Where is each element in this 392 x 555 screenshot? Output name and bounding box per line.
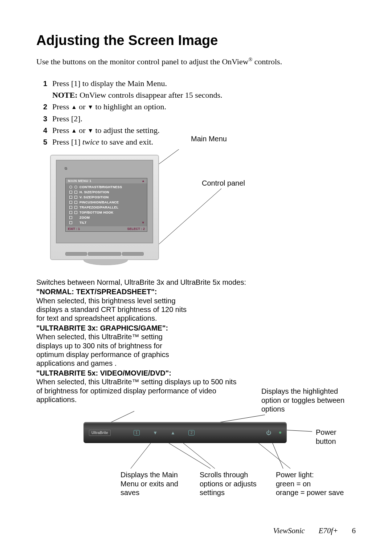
osd-title: MAIN MENU 1 [68, 179, 91, 183]
osd-up-icon: ▲ [142, 179, 145, 183]
modes-intro: Switches between Normal, UltraBrite 3x a… [36, 278, 356, 287]
step-text-part: to adjust the setting. [93, 126, 160, 135]
step-text: Press ▲ or ▼ to highlight an option. [52, 101, 166, 112]
power-button-icon: ⏻ [266, 430, 271, 436]
monitor: ⧉ MAIN MENU 1 ▲ CONTRAST/BRIGHTNESS H. S… [50, 155, 159, 260]
osd-icon [69, 216, 72, 219]
osd-footer-select: SELECT : 2 [127, 227, 145, 231]
osd-footer: EXIT : 1 SELECT : 2 [66, 226, 147, 231]
osd-item-label: PINCUSHION/BALANCE [79, 200, 119, 205]
callout-power-light-title: Power light: [276, 471, 314, 479]
osd-item-label: ZOOM [79, 215, 90, 220]
mode-5x-body: When selected, this UltraBrite™ setting … [36, 377, 240, 404]
step-text-part: Press [52, 126, 71, 135]
step-text: Press ▲ or ▼ to adjust the setting. [52, 125, 160, 136]
page-title: Adjusting the Screen Image [36, 33, 356, 48]
monitor-button [65, 252, 87, 256]
osd-item-label: CONTRAST/BRIGHTNESS [79, 185, 122, 190]
step-text-part: Press [52, 102, 71, 111]
up-arrow-icon: ▲ [71, 104, 77, 110]
osd-item-label: H. SIZE/POSITION [79, 190, 109, 195]
step-1: 1 Press [1] to display the Main Menu. [36, 78, 356, 89]
monitor-button [122, 252, 144, 256]
step-text-part: or [77, 126, 87, 135]
osd-header: MAIN MENU 1 ▲ [66, 178, 147, 183]
osd-down-icon: ▼ [142, 220, 145, 225]
callout-power-light: Power light: green = on orange = power s… [276, 470, 359, 497]
step-number: 4 [36, 126, 47, 136]
step-number: 5 [36, 137, 47, 147]
svg-line-6 [169, 443, 211, 469]
callout-main-menu-button: Displays the Main Menu or exits and save… [121, 470, 189, 497]
osd-icon [69, 201, 72, 204]
button-1-icon: 1 [134, 430, 140, 436]
intro-text: Use the buttons on the monitor control p… [36, 56, 356, 67]
mode-3x-title: "ULTRABRITE 3x: GRAPHICS/GAME": [36, 324, 356, 332]
power-light-icon [279, 432, 281, 434]
modes-section: Switches between Normal, UltraBrite 3x a… [36, 278, 356, 404]
footer-brand: ViewSonic [273, 526, 305, 535]
down-arrow-icon: ▼ [87, 104, 93, 110]
osd-icon [69, 211, 72, 214]
mode-normal-title: "NORMAL: TEXT/SPREADSHEET": [36, 287, 356, 296]
step-text-part: Press [1] [52, 137, 82, 146]
svg-line-8 [272, 442, 283, 469]
control-panel-illustration: Displays the highlighted option or toggl… [83, 407, 345, 505]
osd-item: H. SIZE/POSITION [69, 190, 145, 195]
osd-icon [74, 186, 77, 189]
osd-item-label: TRAPEZOID/PARALLEL [79, 205, 118, 210]
step-text-italic: twice [82, 137, 99, 146]
button-up-icon: ▲ [171, 430, 175, 436]
footer-page-number: 6 [352, 526, 356, 535]
osd-item: ZOOM [69, 215, 145, 220]
monitor-screen: ⧉ MAIN MENU 1 ▲ CONTRAST/BRIGHTNESS H. S… [56, 160, 153, 243]
step-text-part: to highlight an option. [93, 102, 166, 111]
osd-icon [69, 191, 72, 194]
osd-item-label: TOP/BOTTOM HOOK [79, 210, 114, 215]
step-number: 3 [36, 114, 47, 124]
osd-icon [74, 191, 77, 194]
page: Adjusting the Screen Image Use the butto… [0, 0, 392, 555]
step-number: 2 [36, 102, 47, 112]
step-2: 2 Press ▲ or ▼ to highlight an option. [36, 101, 356, 112]
step-text: Press [1] to display the Main Menu. [52, 78, 167, 89]
mode-normal-body: When selected, this brightness level set… [36, 296, 192, 323]
page-footer: ViewSonic E70f+ 6 [273, 526, 356, 535]
up-arrow-icon: ▲ [71, 127, 77, 134]
osd-icon [69, 186, 72, 189]
step-note: NOTE: OnView controls disappear after 15… [52, 90, 222, 101]
button-2-icon: 2 [188, 430, 195, 436]
osd-item: TOP/BOTTOM HOOK [69, 210, 145, 215]
monitor-illustration: Main Menu Control panel ⧉ MAIN MENU 1 ▲ … [50, 149, 326, 273]
callout-power-button: Power button [316, 428, 345, 446]
osd-icon [74, 211, 77, 214]
callout-control-panel: Control panel [202, 179, 245, 187]
osd-item: TRAPEZOID/PARALLEL [69, 205, 145, 210]
osd-icon [74, 206, 77, 209]
footer-model: E70f+ [319, 526, 338, 535]
osd-item: PINCUSHION/BALANCE [69, 200, 145, 205]
osd-item-label: V. SIZE/POSITION [79, 195, 109, 200]
osd-icon [69, 206, 72, 209]
step-text: Press [1] twice to save and exit. [52, 137, 153, 147]
step-number: 1 [36, 79, 47, 89]
callout-power-light-green: green = on [276, 480, 311, 488]
osd-items: CONTRAST/BRIGHTNESS H. SIZE/POSITION V. … [66, 183, 147, 226]
monitor-button-strip [51, 251, 158, 257]
osd-item: V. SIZE/POSITION [69, 195, 145, 200]
callout-power-light-orange: orange = power save [276, 489, 344, 497]
svg-line-7 [183, 443, 215, 469]
osd-item: TILT▼ [69, 220, 145, 225]
callout-display-option: Displays the highlighted option or toggl… [261, 387, 352, 413]
down-arrow-icon: ▼ [87, 127, 93, 134]
registered-mark: ® [249, 57, 253, 62]
monitor-stand [83, 259, 128, 265]
ultrabrite-button: UltraBrite [89, 430, 111, 436]
button-down-icon: ▼ [153, 430, 158, 436]
step-text-part: to save and exit. [99, 137, 153, 146]
callout-scroll-buttons: Scrolls through options or adjusts setti… [200, 470, 269, 497]
osd-item: CONTRAST/BRIGHTNESS [69, 185, 145, 190]
step-text-part: or [77, 102, 87, 111]
intro-after: controls. [252, 57, 282, 66]
osd-icon [74, 196, 77, 199]
